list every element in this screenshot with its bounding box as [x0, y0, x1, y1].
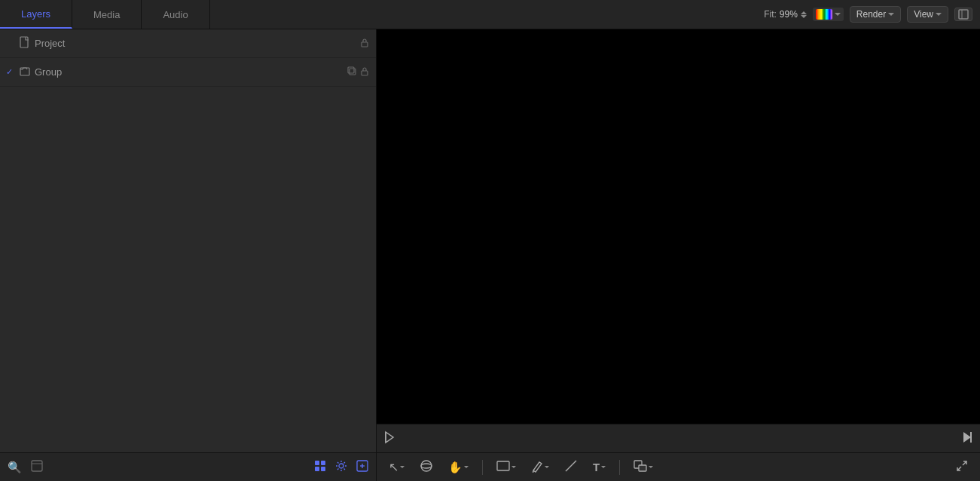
svg-point-14	[339, 464, 343, 468]
color-rainbow-icon	[816, 9, 832, 20]
select-icon: ↖	[389, 460, 398, 474]
color-fill-icon	[633, 460, 647, 474]
window-resize-button[interactable]	[954, 8, 972, 21]
text-tool-button[interactable]: T	[588, 458, 610, 476]
svg-rect-11	[321, 461, 325, 465]
orbit-icon	[420, 459, 433, 475]
group-copy-icon[interactable]	[347, 66, 356, 78]
group-name: Group	[35, 66, 347, 78]
separator-2	[619, 460, 620, 475]
fit-label: Fit:	[764, 9, 777, 20]
svg-rect-2	[20, 37, 28, 47]
render-chevron-icon	[888, 13, 894, 16]
color-swatch-button[interactable]	[813, 8, 844, 21]
tab-audio[interactable]: Audio	[142, 0, 209, 29]
window-resize-icon	[958, 9, 969, 20]
view-chevron-icon	[936, 13, 942, 16]
expand-icon	[956, 460, 968, 474]
paint-chevron-icon	[545, 466, 549, 468]
tab-layers[interactable]: Layers	[0, 0, 72, 29]
tabs-left: Layers Media Audio	[0, 0, 377, 29]
group-check: ✓	[6, 67, 20, 77]
paint-icon	[531, 459, 543, 475]
tab-media[interactable]: Media	[72, 0, 142, 29]
svg-rect-7	[362, 71, 368, 75]
svg-marker-18	[386, 432, 393, 443]
right-panel: ↖ ✋	[377, 29, 980, 481]
layer-list: Project ✓	[0, 29, 376, 452]
canvas-left-tools	[384, 430, 395, 447]
text-icon: T	[593, 461, 600, 473]
expand-button[interactable]	[951, 458, 972, 476]
color-fill-chevron-icon	[649, 466, 653, 468]
svg-rect-6	[348, 67, 354, 73]
color-chevron-icon	[835, 13, 841, 16]
project-check	[6, 39, 20, 48]
canvas-right-tools	[962, 430, 972, 447]
svg-line-25	[566, 461, 576, 471]
paint-tool-button[interactable]	[527, 457, 554, 477]
svg-rect-0	[959, 10, 968, 19]
svg-point-23	[421, 464, 432, 468]
line-icon	[564, 459, 578, 475]
hand-icon: ✋	[448, 461, 463, 474]
orbit-tool-button[interactable]	[415, 457, 438, 477]
layer-project-row[interactable]: Project	[0, 29, 376, 58]
shape-tool-button[interactable]	[492, 458, 521, 476]
search-icon[interactable]: 🔍	[8, 461, 22, 474]
end-frame-icon[interactable]	[962, 430, 972, 447]
text-chevron-icon	[601, 466, 606, 468]
left-panel: Project ✓	[0, 29, 377, 481]
left-bottom-bar: 🔍	[0, 452, 376, 481]
svg-rect-10	[315, 461, 319, 465]
project-actions	[359, 37, 370, 50]
color-fill-tool-button[interactable]	[629, 458, 658, 476]
bottom-toolbar: ↖ ✋	[377, 452, 980, 481]
top-bar-right: Fit: 99% Render View	[764, 6, 980, 23]
shape-icon	[496, 461, 510, 473]
svg-rect-24	[497, 461, 509, 470]
svg-rect-3	[362, 42, 368, 47]
main-content: Project ✓	[0, 29, 980, 481]
fit-value: 99%	[780, 9, 798, 20]
select-chevron-icon	[400, 466, 405, 468]
svg-rect-13	[321, 467, 325, 471]
fit-spinner[interactable]	[801, 11, 807, 18]
line-tool-button[interactable]	[560, 457, 582, 477]
group-lock-icon[interactable]	[359, 66, 370, 78]
svg-rect-8	[32, 461, 42, 471]
hand-chevron-icon	[464, 466, 469, 468]
settings-icon[interactable]	[335, 460, 347, 474]
layout-icon[interactable]	[31, 460, 43, 474]
canvas-area[interactable]	[377, 29, 980, 424]
fit-control: Fit: 99%	[764, 9, 807, 20]
svg-rect-5	[350, 69, 356, 75]
view-button[interactable]: View	[907, 6, 948, 23]
svg-point-22	[421, 461, 432, 471]
project-name: Project	[35, 38, 359, 49]
render-button[interactable]: Render	[850, 6, 901, 23]
group-icon	[20, 66, 30, 78]
project-doc-icon	[20, 36, 30, 51]
separator-1	[482, 460, 483, 475]
grid-icon[interactable]	[314, 460, 326, 474]
shape-chevron-icon	[511, 466, 516, 468]
select-tool-button[interactable]: ↖	[384, 458, 409, 476]
svg-rect-27	[639, 465, 646, 471]
svg-rect-12	[315, 467, 319, 471]
project-lock-icon[interactable]	[359, 37, 370, 50]
canvas-bottom-bar	[377, 424, 980, 452]
layer-group-row[interactable]: ✓ Group	[0, 58, 376, 87]
top-bar: Layers Media Audio Fit: 99% Render View	[0, 0, 980, 29]
svg-marker-20	[963, 432, 971, 443]
hand-tool-button[interactable]: ✋	[444, 458, 473, 476]
group-actions	[347, 66, 370, 78]
export-icon[interactable]	[356, 460, 368, 474]
playhead-icon[interactable]	[384, 430, 395, 447]
